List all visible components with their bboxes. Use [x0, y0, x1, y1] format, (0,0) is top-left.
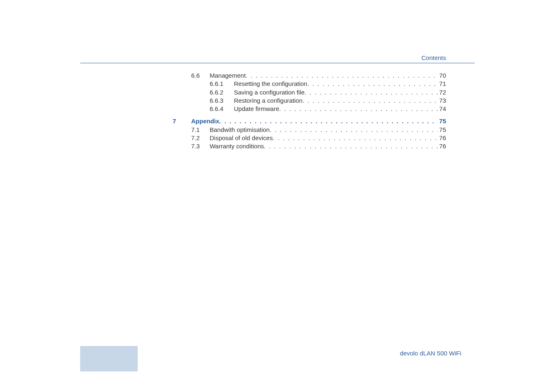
toc-page: 74 [438, 105, 446, 113]
toc-label: Warranty conditions [210, 142, 264, 150]
toc-row-7: 7 Appendix 75 [173, 117, 446, 125]
toc-leader [305, 88, 438, 97]
toc-leader [279, 105, 438, 113]
toc-row-6-6: 6.6 Management 70 [173, 71, 446, 80]
toc-label: Saving a configuration file [234, 88, 305, 97]
toc-page: 75 [438, 117, 446, 125]
toc-row-6-6-3: 6.6.3 Restoring a configuration 73 [173, 97, 446, 105]
footer-label: devolo dLAN 500 WiFi [400, 350, 461, 357]
toc-row-6-6-2: 6.6.2 Saving a configuration file 72 [173, 88, 446, 97]
toc-num: 7.1 [191, 126, 210, 134]
toc-row-7-2: 7.2 Disposal of old devices 76 [173, 134, 446, 142]
toc-num: 7.2 [191, 134, 210, 142]
toc-leader [273, 134, 438, 142]
toc-page: 73 [438, 97, 446, 105]
toc-page: 76 [438, 142, 446, 150]
toc-row-7-3: 7.3 Warranty conditions 76 [173, 142, 446, 150]
toc-page: 76 [438, 134, 446, 142]
toc-leader [219, 117, 438, 125]
toc-num: 6.6.2 [210, 88, 234, 97]
toc-leader [264, 142, 438, 150]
toc-page: 72 [438, 88, 446, 97]
toc-label: Restoring a configuration [234, 97, 303, 105]
toc-leader [303, 97, 438, 105]
toc-num: 7 [173, 117, 191, 125]
toc-leader [307, 80, 438, 88]
header-divider [80, 63, 475, 63]
toc-label: Bandwith optimisation [210, 126, 270, 134]
toc-num: 6.6.1 [210, 80, 234, 88]
toc-row-6-6-4: 6.6.4 Update firmware 74 [173, 105, 446, 113]
toc-num: 6.6.4 [210, 105, 234, 113]
toc-label: Disposal of old devices [210, 134, 273, 142]
toc-page: 75 [438, 126, 446, 134]
header-label: Contents [421, 54, 446, 61]
toc-label: Management [210, 71, 246, 80]
toc-page: 70 [438, 71, 446, 80]
toc-content: 6.6 Management 70 6.6.1 Resetting the co… [173, 71, 446, 150]
footer-accent [80, 346, 138, 371]
toc-leader [246, 71, 438, 80]
toc-row-7-1: 7.1 Bandwith optimisation 75 [173, 126, 446, 134]
toc-label: Resetting the configuration [234, 80, 307, 88]
toc-label: Update firmware [234, 105, 279, 113]
toc-num: 7.3 [191, 142, 210, 150]
toc-leader [270, 126, 438, 134]
toc-page: 71 [438, 80, 446, 88]
toc-row-6-6-1: 6.6.1 Resetting the configuration 71 [173, 80, 446, 88]
toc-num: 6.6 [191, 71, 210, 80]
toc-num: 6.6.3 [210, 97, 234, 105]
toc-label: Appendix [191, 117, 219, 125]
